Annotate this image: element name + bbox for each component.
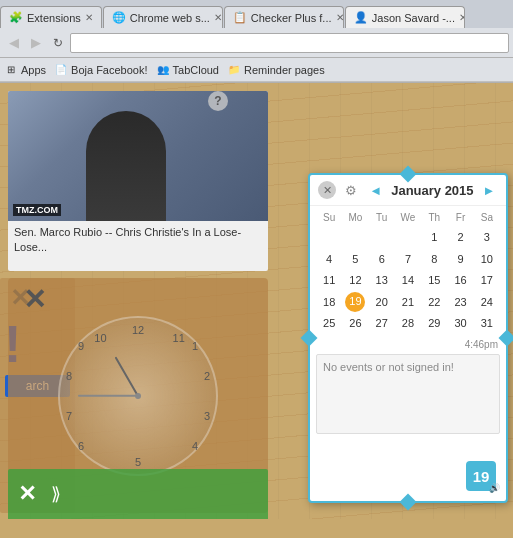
- cal-day-22[interactable]: 22: [421, 292, 447, 314]
- clock-num-10: 10: [94, 332, 106, 344]
- cal-day-3[interactable]: 3: [474, 227, 500, 249]
- calendar-settings-button[interactable]: ⚙: [342, 181, 360, 199]
- bottom-close-icon[interactable]: ✕: [18, 481, 36, 507]
- news-tile: Sen. Marco Rubio -- Chris Christie's In …: [8, 91, 268, 271]
- calendar-badge-number: 19 🔊: [466, 461, 496, 491]
- people-icon: 👥: [156, 63, 170, 77]
- calendar-time: 4:46pm: [310, 339, 506, 354]
- tab-checker[interactable]: 📋 Checker Plus f... ✕: [224, 6, 344, 28]
- cal-day-empty: [395, 227, 421, 249]
- clock-num-9: 9: [78, 340, 84, 352]
- bottom-partial-tile: ✕ ⟫: [8, 469, 268, 519]
- cal-day-12[interactable]: 12: [342, 270, 368, 292]
- clock-close-button[interactable]: ✕: [23, 286, 46, 315]
- reload-button[interactable]: ↻: [48, 33, 68, 53]
- clock-num-12: 12: [132, 324, 144, 336]
- cal-day-empty: [369, 227, 395, 249]
- cal-day-2[interactable]: 2: [447, 227, 473, 249]
- cal-day-13[interactable]: 13: [369, 270, 395, 292]
- calendar-title: January 2015: [391, 183, 473, 198]
- clock-face: 12 1 2 3 4 5 6 7 8 9 10 11: [58, 316, 218, 476]
- clock-hand-minute: [78, 395, 138, 397]
- tab-bar: 🧩 Extensions ✕ 🌐 Chrome web s... ✕ 📋 Che…: [0, 0, 513, 28]
- calendar-prev-button[interactable]: ◄: [367, 181, 385, 199]
- address-bar[interactable]: [70, 33, 509, 53]
- bookmark-apps[interactable]: ⊞ Apps: [4, 63, 46, 77]
- cal-day-5[interactable]: 5: [342, 249, 368, 271]
- extensions-tab-icon: 🧩: [9, 11, 23, 25]
- tab-jason-close[interactable]: ✕: [459, 12, 465, 23]
- cal-day-16[interactable]: 16: [447, 270, 473, 292]
- cal-day-6[interactable]: 6: [369, 249, 395, 271]
- bookmark-tabcloud[interactable]: 👥 TabCloud: [156, 63, 219, 77]
- clock-num-3: 3: [204, 410, 210, 422]
- cal-day-25[interactable]: 25: [316, 313, 342, 335]
- tab-chrome-web[interactable]: 🌐 Chrome web s... ✕: [103, 6, 223, 28]
- apps-grid-icon: ⊞: [4, 63, 18, 77]
- cal-day-empty: [342, 227, 368, 249]
- tab-chrome-close[interactable]: ✕: [214, 12, 222, 23]
- folder-icon: 📁: [227, 63, 241, 77]
- news-caption: Sen. Marco Rubio -- Chris Christie's In …: [8, 221, 268, 260]
- cal-day-20[interactable]: 20: [369, 292, 395, 314]
- cal-day-9[interactable]: 9: [447, 249, 473, 271]
- cal-day-1[interactable]: 1: [421, 227, 447, 249]
- bottom-arrows-icon: ⟫: [51, 483, 61, 505]
- calendar-close-button[interactable]: ✕: [318, 181, 336, 199]
- cal-day-28[interactable]: 28: [395, 313, 421, 335]
- browser-chrome: 🧩 Extensions ✕ 🌐 Chrome web s... ✕ 📋 Che…: [0, 0, 513, 83]
- cal-day-21[interactable]: 21: [395, 292, 421, 314]
- clock-num-11: 11: [173, 332, 185, 344]
- cal-day-26[interactable]: 26: [342, 313, 368, 335]
- bookmark-boja[interactable]: 📄 Boja Facebook!: [54, 63, 147, 77]
- cal-day-4[interactable]: 4: [316, 249, 342, 271]
- calendar-day-headers: Su Mo Tu We Th Fr Sa: [316, 210, 500, 225]
- cal-day-empty: [316, 227, 342, 249]
- checker-tab-icon: 📋: [233, 11, 247, 25]
- cal-day-14[interactable]: 14: [395, 270, 421, 292]
- clock-center-dot: [135, 393, 141, 399]
- forward-button[interactable]: ▶: [26, 33, 46, 53]
- cal-day-29[interactable]: 29: [421, 313, 447, 335]
- cal-day-11[interactable]: 11: [316, 270, 342, 292]
- chrome-tab-icon: 🌐: [112, 11, 126, 25]
- clock-num-6: 6: [78, 440, 84, 452]
- cal-day-24[interactable]: 24: [474, 292, 500, 314]
- jason-tab-icon: 👤: [354, 11, 368, 25]
- clock-num-5: 5: [135, 456, 141, 468]
- resize-handle-bottom[interactable]: [400, 494, 417, 511]
- calendar-next-button[interactable]: ►: [480, 181, 498, 199]
- cal-day-23[interactable]: 23: [447, 292, 473, 314]
- clock-num-7: 7: [66, 410, 72, 422]
- clock-num-4: 4: [192, 440, 198, 452]
- cal-day-8[interactable]: 8: [421, 249, 447, 271]
- sound-icon: 🔊: [489, 483, 500, 493]
- cal-day-18[interactable]: 18: [316, 292, 342, 314]
- clock-num-1: 1: [192, 340, 198, 352]
- calendar-days: 1 2 3 4 5 6 7 8 9 10 11 12 13 14 15 16 1…: [316, 227, 500, 335]
- bookmark-reminder[interactable]: 📁 Reminder pages: [227, 63, 325, 77]
- calendar-grid: Su Mo Tu We Th Fr Sa 1 2 3 4 5 6: [310, 206, 506, 339]
- tab-extensions-close[interactable]: ✕: [85, 12, 93, 23]
- main-content: Sen. Marco Rubio -- Chris Christie's In …: [0, 83, 513, 519]
- calendar-badge[interactable]: 19 🔊: [466, 461, 498, 493]
- bookmarks-bar: ⊞ Apps 📄 Boja Facebook! 👥 TabCloud 📁 Rem…: [0, 58, 513, 82]
- calendar-popup: ✕ ⚙ ◄ January 2015 ► Su Mo Tu We Th: [308, 173, 508, 503]
- cal-day-15[interactable]: 15: [421, 270, 447, 292]
- clock-num-2: 2: [204, 370, 210, 382]
- cal-day-7[interactable]: 7: [395, 249, 421, 271]
- cal-day-30[interactable]: 30: [447, 313, 473, 335]
- back-button[interactable]: ◀: [4, 33, 24, 53]
- page-icon: 📄: [54, 63, 68, 77]
- help-badge[interactable]: ?: [208, 91, 228, 111]
- clock-num-8: 8: [66, 370, 72, 382]
- tab-checker-close[interactable]: ✕: [336, 12, 344, 23]
- cal-day-19-today[interactable]: 19: [345, 292, 365, 312]
- cal-day-31[interactable]: 31: [474, 313, 500, 335]
- cal-day-17[interactable]: 17: [474, 270, 500, 292]
- tab-jason[interactable]: 👤 Jason Savard -... ✕: [345, 6, 465, 28]
- cal-day-10[interactable]: 10: [474, 249, 500, 271]
- tab-extensions[interactable]: 🧩 Extensions ✕: [0, 6, 102, 28]
- news-image: [8, 91, 268, 221]
- cal-day-27[interactable]: 27: [369, 313, 395, 335]
